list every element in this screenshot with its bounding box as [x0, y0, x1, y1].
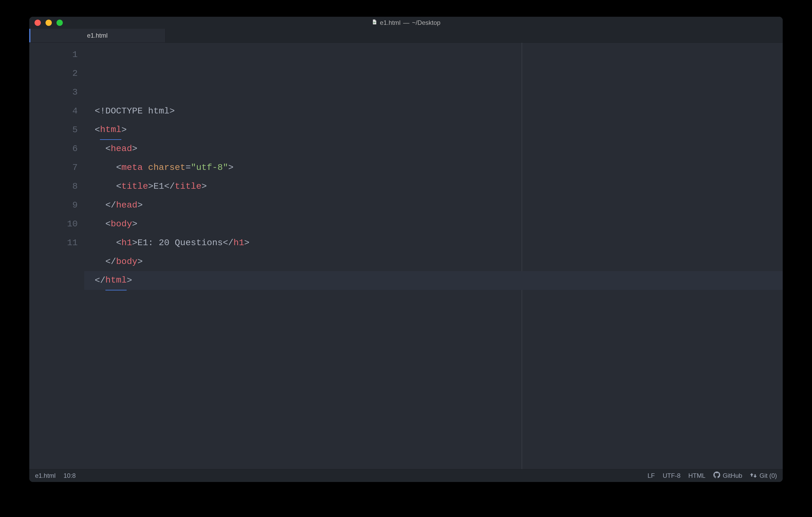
status-cursor-label: 10:8 [64, 472, 76, 479]
code-area[interactable]: <!DOCTYPE html><html> <head> <meta chars… [84, 42, 783, 469]
token-punct: < [116, 158, 121, 177]
token-punct: </ [95, 271, 106, 290]
code-line[interactable]: <title>E1</title> [84, 177, 783, 196]
token-punct: > [148, 177, 153, 196]
token-tag: h1 [234, 234, 244, 252]
status-language-label: HTML [688, 472, 705, 479]
editor-window: e1.html — ~/Desktop e1.html 123456789101… [29, 17, 783, 482]
token-punct: < [116, 234, 121, 252]
line-number[interactable]: 11 [29, 234, 84, 252]
status-github-label: GitHub [723, 472, 743, 479]
window-title: e1.html — ~/Desktop [372, 19, 440, 26]
code-line[interactable]: <meta charset="utf-8"> [84, 158, 783, 177]
code-line[interactable]: <body> [84, 215, 783, 234]
line-number-gutter[interactable]: 1234567891011 [29, 42, 84, 469]
token-punct: > [121, 121, 126, 139]
token-punct: > [126, 271, 132, 290]
line-number[interactable]: 10 [29, 215, 84, 234]
traffic-lights [34, 20, 63, 26]
token-punct: < [95, 121, 100, 139]
line-number[interactable]: 1 [29, 45, 84, 64]
token-tag: html [100, 120, 121, 140]
status-git-label: Git (0) [759, 472, 777, 479]
code-line[interactable] [84, 290, 783, 309]
indent [95, 177, 116, 196]
code-line[interactable]: <html> [84, 121, 783, 139]
line-number[interactable]: 9 [29, 196, 84, 215]
token-text: E1 [153, 177, 164, 196]
token-tag: head [116, 196, 138, 215]
line-number[interactable]: 3 [29, 83, 84, 102]
status-line-ending[interactable]: LF [647, 472, 655, 479]
tab-e1html[interactable]: e1.html [29, 29, 166, 42]
editor-area[interactable]: 1234567891011 <!DOCTYPE html><html> <hea… [29, 42, 783, 469]
token-tag: title [175, 177, 201, 196]
git-sync-icon [750, 472, 757, 479]
token-tag: body [116, 252, 138, 271]
token-tag: head [111, 139, 132, 158]
stage: e1.html — ~/Desktop e1.html 123456789101… [0, 0, 812, 517]
line-number[interactable]: 8 [29, 177, 84, 196]
status-right: LF UTF-8 HTML GitHub [647, 472, 777, 480]
token-punct: > [201, 177, 207, 196]
token-attr: charset [148, 158, 185, 177]
status-file[interactable]: e1.html [35, 472, 56, 479]
token-str: "utf-8" [191, 158, 228, 177]
line-number[interactable]: 5 [29, 121, 84, 139]
token-punct: < [116, 177, 121, 196]
token-punct: = [185, 158, 191, 177]
token-punct: > [228, 158, 233, 177]
line-number[interactable]: 6 [29, 139, 84, 158]
token-punct: </ [164, 177, 175, 196]
indent [95, 158, 116, 177]
status-left: e1.html 10:8 [35, 472, 76, 479]
indent [95, 196, 106, 215]
token-punct: > [132, 215, 137, 234]
indent [95, 234, 116, 252]
status-bar: e1.html 10:8 LF UTF-8 HTML [29, 469, 783, 482]
status-encoding[interactable]: UTF-8 [663, 472, 680, 479]
token-text [143, 158, 148, 177]
status-file-label: e1.html [35, 472, 56, 479]
line-number[interactable]: 7 [29, 158, 84, 177]
code-line[interactable]: <!DOCTYPE html> [84, 102, 783, 121]
token-punct: > [132, 234, 137, 252]
title-filename: e1.html [380, 19, 401, 26]
code-line[interactable]: </head> [84, 196, 783, 215]
token-text: E1: 20 Questions [137, 234, 223, 252]
code-line[interactable]: </html> [84, 271, 783, 290]
token-tag: title [121, 177, 148, 196]
tab-bar: e1.html [29, 29, 783, 42]
token-tag: h1 [121, 234, 132, 252]
github-icon [714, 472, 720, 480]
indent [95, 139, 106, 158]
zoom-button[interactable] [57, 20, 63, 26]
status-language[interactable]: HTML [688, 472, 705, 479]
token-punct: > [137, 196, 143, 215]
status-git[interactable]: Git (0) [750, 472, 777, 479]
code-line[interactable]: </body> [84, 252, 783, 271]
token-punct: <! [95, 102, 106, 121]
line-number[interactable]: 2 [29, 64, 84, 83]
token-punct: > [137, 252, 143, 271]
token-tag: html [106, 271, 127, 291]
close-button[interactable] [34, 20, 41, 26]
svg-rect-0 [374, 22, 376, 23]
status-cursor-position[interactable]: 10:8 [64, 472, 76, 479]
token-text: DOCTYPE html [106, 102, 170, 121]
token-punct: > [170, 102, 175, 121]
line-number[interactable]: 4 [29, 102, 84, 121]
titlebar[interactable]: e1.html — ~/Desktop [29, 17, 783, 29]
code-line[interactable]: <head> [84, 139, 783, 158]
title-separator: — [403, 19, 409, 26]
token-punct: < [106, 139, 111, 158]
title-path: ~/Desktop [412, 19, 440, 26]
token-punct: </ [106, 196, 116, 215]
minimize-button[interactable] [46, 20, 52, 26]
code-line[interactable]: <h1>E1: 20 Questions</h1> [84, 234, 783, 252]
indent [95, 215, 106, 234]
status-github[interactable]: GitHub [714, 472, 743, 480]
svg-rect-1 [374, 23, 375, 23]
token-punct: > [132, 139, 137, 158]
token-punct: </ [106, 252, 116, 271]
